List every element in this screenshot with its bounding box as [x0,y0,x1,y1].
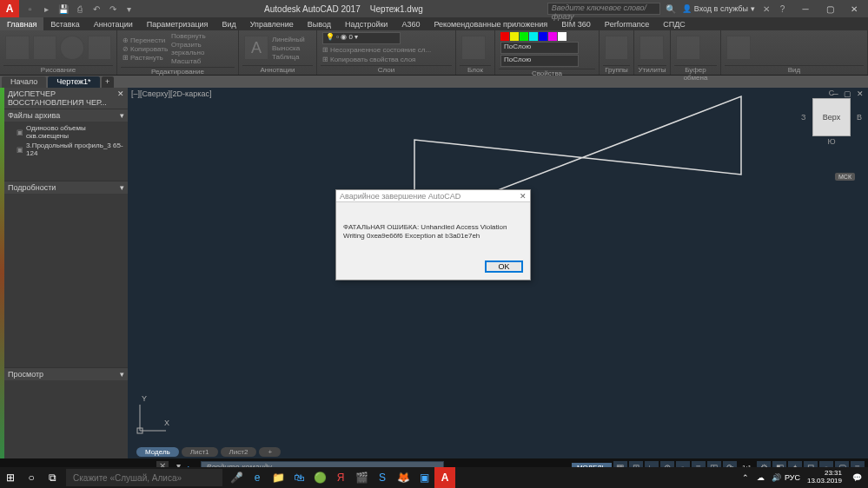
tab-addins[interactable]: Надстройки [338,17,394,30]
save-icon[interactable]: 💾 [57,3,69,15]
tab-bim360[interactable]: BIM 360 [554,17,598,30]
polyline-tool-icon[interactable] [33,36,57,60]
file-tab-active[interactable]: Чертеж1* [48,76,99,88]
recovery-header[interactable]: ДИСПЕТЧЕР ВОССТАНОВЛЕНИЯ ЧЕР...✕ [4,88,128,109]
rotate-tool[interactable]: Повернуть [171,32,233,40]
cortana-icon[interactable]: ○ [21,467,42,488]
scale-tool[interactable]: Масштаб [171,57,233,65]
viewcube-north[interactable]: С [829,89,835,97]
saveas-icon[interactable]: ⎙ [74,3,85,15]
taskbar-search[interactable] [66,469,222,486]
circle-tool-icon[interactable] [60,36,84,60]
layout-tab-1[interactable]: Лист1 [182,447,218,457]
tray-volume-icon[interactable]: 🔊 [771,472,783,484]
start-button[interactable]: ⊞ [0,467,21,488]
keyword-search[interactable]: Введите ключевое слово/фразу [547,3,660,15]
group-icon[interactable] [605,36,628,60]
wcs-badge[interactable]: МСК [835,173,855,181]
panel-groups[interactable]: Группы [603,65,630,75]
panel-clip[interactable]: Буфер обмена [674,65,717,75]
line-tool-icon[interactable] [5,36,30,60]
movies-app-icon[interactable]: 🎬 [351,467,372,488]
unsaved-layer-state[interactable]: ⊞ Несохраненное состояние сл... [322,46,431,54]
print-icon[interactable]: ▾ [123,3,135,15]
tab-performance[interactable]: Performance [598,17,657,30]
layout-tab-add[interactable]: + [259,447,281,457]
model-tab[interactable]: Модель [136,447,179,457]
archive-item[interactable]: Одиноово объемы скв.смещены [4,123,128,141]
explorer-app-icon[interactable]: 📁 [268,467,288,488]
table-tool[interactable]: Таблица [272,53,305,61]
tab-a360[interactable]: A360 [394,17,427,30]
autocad-app-icon[interactable]: A [434,467,455,488]
copy-tool[interactable]: ⊘ Копировать [123,45,168,53]
text-tool-icon[interactable]: A [244,36,268,60]
details-section[interactable]: Подробности▾ [4,181,128,194]
tab-output[interactable]: Вывод [301,17,338,30]
app-logo[interactable]: A [0,0,19,17]
help-icon[interactable]: ? [777,3,788,15]
view-icon[interactable] [726,36,751,60]
taskbar-clock[interactable]: 23:31 13.03.2019 [802,470,847,485]
arc-tool-icon[interactable] [88,36,112,60]
tab-manage[interactable]: Управление [243,17,301,30]
tray-lang[interactable]: РУС [786,472,798,484]
measure-icon[interactable] [639,36,664,60]
archive-section[interactable]: Файлы архива▾ [4,109,128,122]
tray-up-icon[interactable]: ⌃ [739,472,752,484]
undo-icon[interactable]: ↶ [90,3,102,15]
tab-home[interactable]: Главная [0,17,43,30]
tab-parametric[interactable]: Параметризация [140,17,215,30]
mic-icon[interactable]: 🎤 [226,467,247,488]
leader-tool[interactable]: Выноска [272,44,305,52]
color-dropdown[interactable]: ПоСлою [500,42,579,54]
close-button[interactable]: ✕ [842,0,866,17]
layout-tab-2[interactable]: Лист2 [221,447,257,457]
panel-edit[interactable]: Редактирование [121,67,235,76]
new-icon[interactable]: ▫ [24,3,36,15]
linetype-dropdown[interactable]: ПоСлою [500,55,579,67]
viewcube-south[interactable]: Ю [827,137,835,146]
stretch-tool[interactable]: ⊞ Растянуть [123,54,168,62]
viewcube[interactable]: Верх С Ю В З [812,98,851,136]
viewcube-east[interactable]: В [857,113,862,122]
app-icon-2[interactable]: ▣ [414,467,434,488]
panel-utils[interactable]: Утилиты [638,65,666,75]
tray-cloud-icon[interactable]: ☁ [755,472,767,484]
dialog-close-icon[interactable]: ✕ [520,192,527,201]
mirror-tool[interactable]: Отразить зеркально [171,41,233,56]
dialog-titlebar[interactable]: Аварийное завершение AutoCAD ✕ [336,190,530,202]
ok-button[interactable]: OK [485,260,523,273]
tab-featured[interactable]: Рекомендованные приложения [427,17,554,30]
panel-draw[interactable]: Рисование [3,65,113,75]
panel-props[interactable]: Свойства [499,69,595,77]
layer-tools[interactable]: ⊞ Копировать свойства слоя [322,56,431,63]
minimize-button[interactable]: ─ [793,0,818,17]
app-icon-1[interactable]: 🟢 [309,467,330,488]
firefox-app-icon[interactable]: 🦊 [393,467,414,488]
edge-app-icon[interactable]: e [247,467,268,488]
exchange-icon[interactable]: ✕ [760,3,772,15]
panel-annot[interactable]: Аннотации [242,65,313,75]
panel-layers[interactable]: Слои [321,65,452,75]
maximize-button[interactable]: ▢ [818,0,842,17]
tab-insert[interactable]: Вставка [43,17,86,30]
file-tab-start[interactable]: Начало [2,76,46,88]
sign-in-menu[interactable]: 👤 Вход в службы ▾ [682,4,755,13]
tab-view[interactable]: Вид [215,17,242,30]
paste-icon[interactable] [676,36,700,60]
archive-item[interactable]: 3.Продольный профиль_3 65-124 [4,141,128,158]
redo-icon[interactable]: ↷ [107,3,118,15]
store-app-icon[interactable]: 🛍 [288,467,309,488]
block-insert-icon[interactable] [461,36,486,60]
yandex-app-icon[interactable]: Я [330,467,351,488]
panel-block[interactable]: Блок [460,65,491,75]
search-icon[interactable]: 🔍 [666,3,677,15]
layer-dropdown[interactable]: 💡 ▫ ◉ 0 ▾ [322,32,401,44]
open-icon[interactable]: ▸ [41,3,52,15]
notifications-icon[interactable]: 💬 [851,472,863,484]
move-tool[interactable]: ⊕ Перенести [123,36,168,44]
tab-spds[interactable]: СПДС [656,17,692,30]
task-view-icon[interactable]: ⧉ [42,467,63,488]
skype-app-icon[interactable]: S [372,467,393,488]
